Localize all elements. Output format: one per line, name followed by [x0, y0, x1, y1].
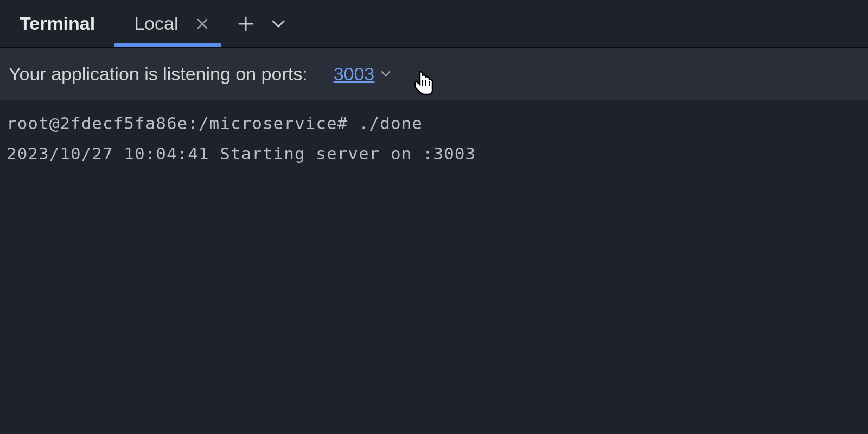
- tab-local[interactable]: Local: [114, 0, 221, 47]
- close-icon[interactable]: [194, 16, 210, 32]
- chevron-down-icon[interactable]: [380, 68, 392, 80]
- tab-terminal-label: Terminal: [20, 13, 95, 34]
- chevron-down-icon[interactable]: [270, 16, 286, 32]
- terminal-line: 2023/10/27 10:04:41 Starting server on :…: [7, 139, 861, 169]
- cursor-pointer-icon: [413, 71, 435, 98]
- plus-icon[interactable]: [238, 16, 254, 32]
- terminal-line: root@2fdecf5fa86e:/microservice# ./done: [7, 108, 861, 139]
- terminal-output[interactable]: root@2fdecf5fa86e:/microservice# ./done …: [0, 100, 868, 178]
- tab-active-indicator: [114, 43, 221, 47]
- tab-bar: Terminal Local: [0, 0, 868, 48]
- ports-bar: Your application is listening on ports: …: [0, 48, 868, 100]
- ports-message: Your application is listening on ports:: [9, 63, 308, 85]
- tab-actions: [238, 16, 286, 32]
- port-link[interactable]: 3003: [334, 63, 375, 85]
- tab-terminal[interactable]: Terminal: [0, 0, 114, 47]
- tab-local-label: Local: [134, 13, 178, 34]
